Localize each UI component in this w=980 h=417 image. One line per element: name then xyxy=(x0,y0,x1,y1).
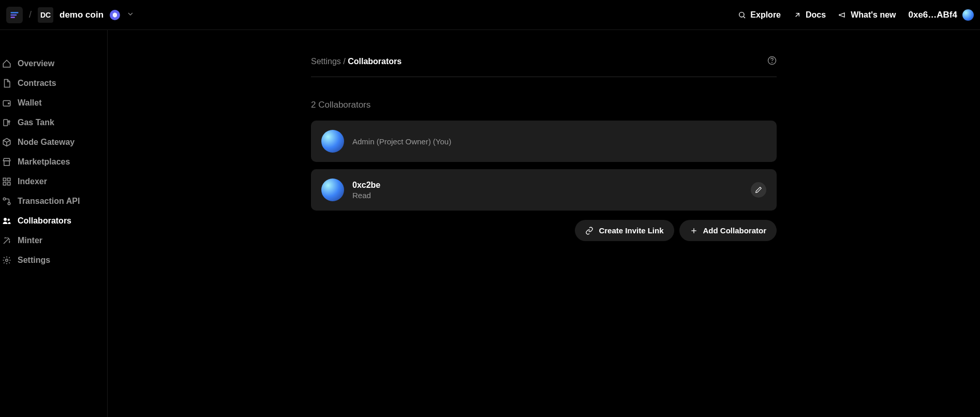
sidebar-item-collaborators[interactable]: Collaborators xyxy=(0,211,107,231)
sidebar-item-wallet[interactable]: Wallet xyxy=(0,93,107,113)
megaphone-icon xyxy=(838,11,847,19)
explore-link[interactable]: Explore xyxy=(738,10,781,20)
svg-point-22 xyxy=(772,62,773,63)
create-invite-link-button[interactable]: Create Invite Link xyxy=(575,220,674,241)
svg-rect-12 xyxy=(3,178,6,181)
chain-badge xyxy=(110,10,120,20)
sidebar-label: Marketplaces xyxy=(18,157,70,167)
main: Settings / Collaborators 2 Collaborators… xyxy=(108,30,980,417)
svg-rect-14 xyxy=(3,183,6,185)
collaborator-avatar xyxy=(321,178,344,201)
sidebar-label: Overview xyxy=(18,59,54,68)
gear-icon xyxy=(2,256,11,265)
help-button[interactable] xyxy=(767,56,777,67)
breadcrumb-separator: / xyxy=(341,57,348,66)
whats-new-label: What's new xyxy=(851,10,896,20)
collaborator-role: Read xyxy=(352,191,743,200)
gas-icon xyxy=(2,118,11,127)
sidebar-item-marketplaces[interactable]: Marketplaces xyxy=(0,152,107,172)
link-icon xyxy=(585,227,593,235)
chevron-down-icon xyxy=(126,10,135,18)
sidebar-label: Settings xyxy=(18,256,50,265)
user-avatar xyxy=(962,9,974,21)
polygon-icon xyxy=(112,12,118,18)
logo-icon xyxy=(9,10,20,20)
breadcrumb-current: Collaborators xyxy=(348,57,402,66)
sidebar-label: Contracts xyxy=(18,79,56,88)
collaborator-card: 0xc2be Read xyxy=(311,169,777,211)
svg-rect-11 xyxy=(4,161,10,166)
svg-point-3 xyxy=(739,12,744,17)
svg-rect-0 xyxy=(11,12,19,13)
project-abbr-badge[interactable]: DC xyxy=(38,7,53,23)
sidebar-item-settings[interactable]: Settings xyxy=(0,250,107,270)
header-right: Explore Docs What's new 0xe6…ABf4 xyxy=(738,9,974,21)
svg-point-18 xyxy=(4,218,7,221)
sidebar-item-minter[interactable]: Minter xyxy=(0,231,107,250)
svg-rect-1 xyxy=(11,14,17,16)
collaborators-count: 2 Collaborators xyxy=(311,100,777,110)
sidebar-item-transaction-api[interactable]: Transaction API xyxy=(0,191,107,211)
layout: Overview Contracts Wallet Gas Tank Node … xyxy=(0,30,980,417)
document-icon xyxy=(2,79,11,88)
wallet-icon xyxy=(2,98,11,108)
svg-rect-8 xyxy=(4,120,8,126)
sidebar-item-node-gateway[interactable]: Node Gateway xyxy=(0,132,107,152)
sidebar-item-overview[interactable]: Overview xyxy=(0,54,107,73)
header-left: / DC demo coin xyxy=(6,7,135,23)
svg-rect-13 xyxy=(8,178,10,181)
docs-label: Docs xyxy=(806,10,826,20)
svg-rect-15 xyxy=(8,183,10,185)
user-menu[interactable]: 0xe6…ABf4 xyxy=(909,9,974,21)
project-name[interactable]: demo coin xyxy=(60,10,103,20)
svg-point-7 xyxy=(8,103,9,104)
sidebar: Overview Contracts Wallet Gas Tank Node … xyxy=(0,30,108,417)
collaborator-card-owner: Admin (Project Owner) (You) xyxy=(311,121,777,162)
pencil-icon xyxy=(755,186,762,193)
edit-collaborator-button[interactable] xyxy=(751,182,766,198)
add-collaborator-label: Add Collaborator xyxy=(703,226,767,235)
collaborator-role: Admin (Project Owner) (You) xyxy=(352,137,766,146)
content: Settings / Collaborators 2 Collaborators… xyxy=(311,56,777,391)
collaborator-info: Admin (Project Owner) (You) xyxy=(352,137,766,146)
sidebar-item-gas-tank[interactable]: Gas Tank xyxy=(0,113,107,132)
search-icon xyxy=(738,11,746,19)
svg-point-20 xyxy=(6,259,8,262)
collaborator-info: 0xc2be Read xyxy=(352,181,743,200)
project-dropdown[interactable] xyxy=(126,10,135,20)
sidebar-label: Transaction API xyxy=(18,197,80,206)
sidebar-label: Wallet xyxy=(18,98,42,108)
app-logo[interactable] xyxy=(6,7,23,23)
route-icon xyxy=(2,197,11,206)
pickaxe-icon xyxy=(2,236,11,245)
explore-label: Explore xyxy=(750,10,781,20)
users-icon xyxy=(2,216,11,226)
docs-link[interactable]: Docs xyxy=(793,10,826,20)
sidebar-item-contracts[interactable]: Contracts xyxy=(0,73,107,93)
sidebar-label: Collaborators xyxy=(18,216,71,226)
sidebar-label: Node Gateway xyxy=(18,138,75,147)
actions: Create Invite Link Add Collaborator xyxy=(311,220,777,241)
plus-icon xyxy=(690,227,698,235)
sidebar-label: Minter xyxy=(18,236,42,245)
user-address: 0xe6…ABf4 xyxy=(909,10,958,20)
collaborator-name: 0xc2be xyxy=(352,181,743,190)
add-collaborator-button[interactable]: Add Collaborator xyxy=(679,220,777,241)
create-invite-link-label: Create Invite Link xyxy=(599,226,663,235)
svg-point-19 xyxy=(8,219,10,221)
svg-line-5 xyxy=(796,13,799,17)
grid-icon xyxy=(2,177,11,186)
store-icon xyxy=(2,157,11,167)
sidebar-item-indexer[interactable]: Indexer xyxy=(0,172,107,191)
breadcrumb-parent[interactable]: Settings xyxy=(311,57,341,66)
svg-rect-2 xyxy=(11,17,15,18)
cube-icon xyxy=(2,138,11,147)
svg-point-17 xyxy=(8,202,10,205)
whats-new-link[interactable]: What's new xyxy=(838,10,896,20)
question-circle-icon xyxy=(767,56,777,65)
breadcrumb: Settings / Collaborators xyxy=(311,57,402,66)
header: / DC demo coin Explore Docs xyxy=(0,0,980,30)
home-icon xyxy=(2,59,11,68)
breadcrumb-row: Settings / Collaborators xyxy=(311,56,777,77)
external-link-icon xyxy=(793,11,801,19)
